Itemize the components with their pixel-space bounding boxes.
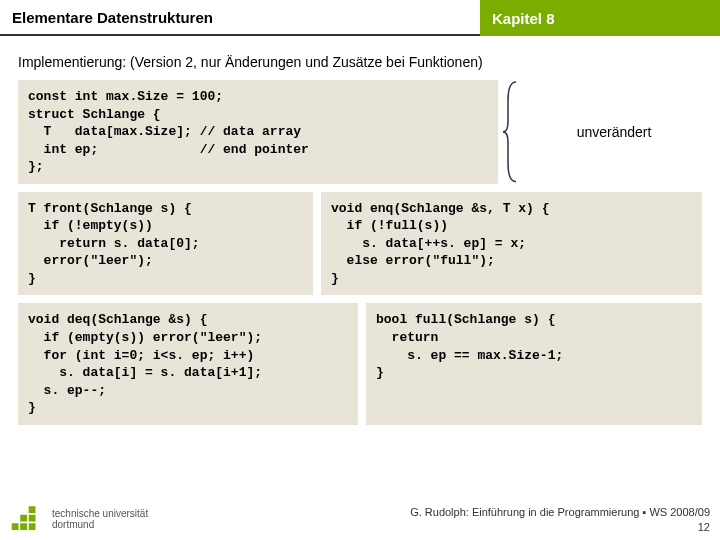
svg-rect-3 — [29, 523, 36, 530]
header-title-left: Elementare Datenstrukturen — [0, 0, 480, 36]
unchanged-label: unverändert — [577, 124, 652, 140]
footer: technische universität dortmund G. Rudol… — [0, 504, 720, 534]
header: Elementare Datenstrukturen Kapitel 8 — [0, 0, 720, 36]
footer-right: G. Rudolph: Einführung in die Programmie… — [410, 505, 710, 534]
row-struct: const int max.Size = 100; struct Schlang… — [18, 80, 702, 184]
header-title-right: Kapitel 8 — [480, 0, 720, 36]
page-number: 12 — [410, 520, 710, 534]
content-area: Implementierung: (Version 2, nur Änderun… — [0, 36, 720, 425]
svg-rect-4 — [29, 515, 36, 522]
row-deq-full: void deq(Schlange &s) { if (empty(s)) er… — [18, 303, 702, 424]
code-enq: void enq(Schlange &s, T x) { if (!full(s… — [321, 192, 702, 296]
logo-area: technische universität dortmund — [10, 504, 148, 534]
tu-logo-icon — [10, 504, 44, 534]
brace-icon — [502, 80, 522, 184]
svg-rect-1 — [20, 523, 27, 530]
code-front: T front(Schlange s) { if (!empty(s)) ret… — [18, 192, 313, 296]
code-deq: void deq(Schlange &s) { if (empty(s)) er… — [18, 303, 358, 424]
uni-line2: dortmund — [52, 519, 148, 530]
uni-line1: technische universität — [52, 508, 148, 519]
code-struct: const int max.Size = 100; struct Schlang… — [18, 80, 498, 184]
subtitle: Implementierung: (Version 2, nur Änderun… — [18, 54, 702, 70]
row-front-enq: T front(Schlange s) { if (!empty(s)) ret… — [18, 192, 702, 296]
code-full: bool full(Schlange s) { return s. ep == … — [366, 303, 702, 424]
credit-line: G. Rudolph: Einführung in die Programmie… — [410, 505, 710, 519]
university-name: technische universität dortmund — [52, 508, 148, 530]
unchanged-note: unverändert — [506, 80, 702, 184]
svg-rect-0 — [12, 523, 19, 530]
svg-rect-5 — [29, 506, 36, 513]
svg-rect-2 — [20, 515, 27, 522]
